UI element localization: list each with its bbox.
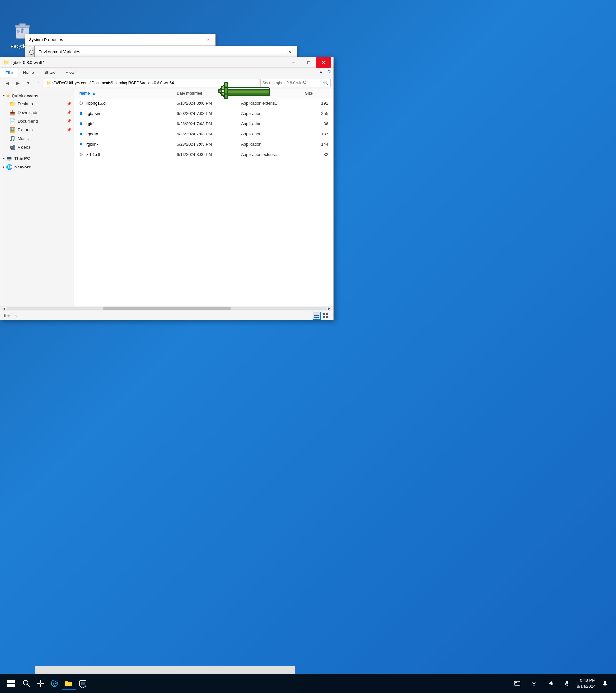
sidebar-downloads-label: Downloads xyxy=(18,110,38,115)
thispc-icon: 💻 xyxy=(6,155,13,161)
up-button[interactable]: ↑ xyxy=(34,79,43,87)
network-label: Network xyxy=(15,164,31,170)
table-row[interactable]: ⚙ zlib1.dll 6/13/2024 3:00 PM Applicatio… xyxy=(74,149,333,159)
horizontal-scrollbar[interactable]: ◀ ▶ xyxy=(0,306,333,311)
system-properties-close-button[interactable]: ✕ xyxy=(204,36,212,43)
table-row[interactable]: ■ rgbgfx 6/28/2024 7:03 PM Application 1… xyxy=(74,128,333,139)
svg-point-38 xyxy=(534,685,535,686)
table-row[interactable]: ■ rgbfix 6/28/2024 7:03 PM Application 3… xyxy=(74,118,333,128)
file-date-modified: 6/28/2024 7:03 PM xyxy=(176,111,240,116)
explorer-title-text: rgbds-0.8.0-win64 xyxy=(11,60,286,65)
svg-rect-3 xyxy=(314,314,319,314)
sidebar-item-desktop[interactable]: 📁 Desktop 📌 xyxy=(0,99,74,108)
desktop-pin-icon: 📌 xyxy=(67,102,71,106)
svg-rect-8 xyxy=(323,316,325,318)
sidebar-videos-label: Videos xyxy=(18,145,31,150)
scroll-left-button[interactable]: ◀ xyxy=(2,306,7,311)
keyboard-icon[interactable] xyxy=(510,676,524,690)
volume-icon[interactable] xyxy=(543,676,558,690)
thispc-header[interactable]: ▸ 💻 This PC xyxy=(0,154,74,163)
svg-rect-33 xyxy=(515,682,516,683)
table-row[interactable]: ■ rgbasm 6/28/2024 7:03 PM Application 2… xyxy=(74,108,333,118)
recent-locations-button[interactable]: ▾ xyxy=(23,79,33,87)
explorer-statusbar: 6 items xyxy=(0,311,333,320)
table-row[interactable]: ⚙ libpng16.dll 6/13/2024 3:00 PM Applica… xyxy=(74,98,333,108)
svg-rect-26 xyxy=(37,680,40,683)
tab-view[interactable]: View xyxy=(61,68,80,77)
tab-share[interactable]: Share xyxy=(39,68,61,77)
taskbar-search-button[interactable] xyxy=(19,676,33,690)
file-type-icon: ■ xyxy=(78,131,84,137)
file-type-icon: ⚙ xyxy=(78,151,84,158)
file-name: rgblink xyxy=(86,142,99,146)
forward-button[interactable]: ▶ xyxy=(13,79,22,87)
svg-rect-23 xyxy=(11,684,15,687)
empty-area xyxy=(74,159,333,306)
back-button[interactable]: ◀ xyxy=(3,79,12,87)
table-row[interactable]: ■ rgblink 6/28/2024 7:03 PM Application … xyxy=(74,139,333,149)
svg-rect-29 xyxy=(41,684,44,687)
start-button[interactable] xyxy=(4,676,18,690)
file-rows-container: ⚙ libpng16.dll 6/13/2024 3:00 PM Applica… xyxy=(74,98,333,159)
explorer-main: ▾ ★ Quick access 📁 Desktop 📌 📥 Downloads… xyxy=(0,89,333,306)
quick-access-header[interactable]: ▾ ★ Quick access xyxy=(0,92,74,99)
file-explorer-taskbar-button[interactable] xyxy=(62,676,76,690)
sidebar-item-documents[interactable]: 📄 Documents 📌 xyxy=(0,117,74,125)
desktop-folder-icon: 📁 xyxy=(9,101,16,107)
green-arrow-annotation xyxy=(218,80,270,105)
tab-file[interactable]: File xyxy=(0,68,18,77)
sandbox-icon-button[interactable] xyxy=(76,676,90,690)
sidebar-item-music[interactable]: 🎵 Music xyxy=(0,134,74,143)
file-date-modified: 6/28/2024 7:03 PM xyxy=(176,121,240,126)
file-type: Application xyxy=(240,121,304,126)
help-button[interactable]: ? xyxy=(325,68,333,77)
file-name-cell: ■ rgbfix xyxy=(78,120,176,127)
column-name[interactable]: Name ▲ xyxy=(78,91,176,96)
svg-rect-37 xyxy=(515,684,519,684)
network-icon: 🌐 xyxy=(6,164,13,170)
svg-rect-36 xyxy=(519,682,519,683)
svg-line-25 xyxy=(27,684,29,687)
explorer-maximize-button[interactable]: □ xyxy=(301,57,316,68)
network-tray-icon[interactable] xyxy=(527,676,541,690)
file-date-modified: 6/13/2024 3:00 PM xyxy=(176,152,240,157)
pictures-folder-icon: 🖼️ xyxy=(9,127,16,133)
file-type: Application xyxy=(240,142,304,146)
sidebar-item-videos[interactable]: 📹 Videos xyxy=(0,143,74,152)
list-view-button[interactable] xyxy=(313,312,320,320)
svg-rect-35 xyxy=(517,682,518,683)
file-name-cell: ⚙ zlib1.dll xyxy=(78,151,176,158)
edge-browser-button[interactable] xyxy=(47,676,62,690)
system-properties-title: System Properties xyxy=(29,37,204,42)
svg-rect-6 xyxy=(323,314,325,315)
svg-rect-9 xyxy=(326,316,328,318)
file-type-icon: ■ xyxy=(78,141,84,147)
svg-rect-7 xyxy=(326,314,328,315)
environment-variables-title: Environment Variables xyxy=(39,50,286,54)
explorer-title-icon: 📁 xyxy=(3,59,9,66)
tab-home[interactable]: Home xyxy=(18,68,39,77)
network-header[interactable]: ▸ 🌐 Network xyxy=(0,163,74,171)
notifications-button[interactable] xyxy=(598,676,612,690)
mic-icon[interactable] xyxy=(560,676,574,690)
expand-ribbon-button[interactable]: ▾ xyxy=(317,68,325,77)
scroll-right-button[interactable]: ▶ xyxy=(327,306,332,311)
system-properties-titlebar: System Properties ✕ xyxy=(25,34,215,45)
scrollbar-thumb[interactable] xyxy=(103,308,231,310)
sidebar-item-pictures[interactable]: 🖼️ Pictures 📌 xyxy=(0,125,74,134)
explorer-close-button[interactable]: ✕ xyxy=(316,57,331,68)
sort-arrow-icon: ▲ xyxy=(92,91,96,96)
sidebar-item-downloads[interactable]: 📥 Downloads 📌 xyxy=(0,108,74,117)
column-size[interactable]: Size xyxy=(304,91,330,96)
file-name-cell: ■ rgbgfx xyxy=(78,131,176,137)
taskbar-clock[interactable]: 6:48 PM 8/14/2024 xyxy=(577,678,595,689)
file-type-icon: ■ xyxy=(78,110,84,117)
taskbar: 6:48 PM 8/14/2024 xyxy=(0,674,616,693)
env-vars-close-button[interactable]: ✕ xyxy=(286,48,293,56)
svg-rect-27 xyxy=(41,680,44,683)
scrollbar-track[interactable] xyxy=(7,308,327,310)
task-view-button[interactable] xyxy=(33,676,47,690)
sidebar-pictures-label: Pictures xyxy=(18,127,33,132)
large-icons-view-button[interactable] xyxy=(322,312,330,320)
explorer-minimize-button[interactable]: ─ xyxy=(286,57,301,68)
